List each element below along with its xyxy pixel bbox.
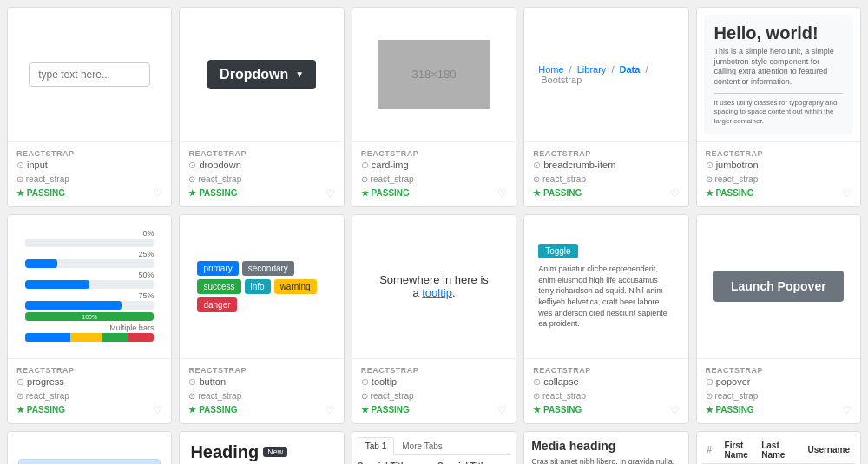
heart-icon[interactable]: ♡ bbox=[153, 187, 162, 199]
card-popover: Launch Popover REACTSTRAP popover react_… bbox=[696, 214, 861, 424]
tab-more[interactable]: More Tabs bbox=[394, 437, 450, 455]
th-num: # bbox=[702, 437, 720, 464]
progress-inner-label: 100% bbox=[82, 313, 97, 319]
passing-badge: PASSING bbox=[188, 188, 237, 198]
card-footer-input: REACTSTRAP input react_strap PASSING ♡ bbox=[8, 141, 171, 206]
breadcrumb-sep3: / bbox=[645, 64, 648, 75]
progress-multi-blue bbox=[25, 333, 70, 342]
react-strap-label: react_strap bbox=[533, 174, 679, 184]
component-name: tooltip bbox=[361, 376, 507, 388]
card-collapse: Toggle Anim pariatur cliche reprehenderi… bbox=[523, 214, 688, 424]
progress-label-50: 50% bbox=[25, 271, 154, 279]
button-group: primary secondary success info warning d… bbox=[194, 258, 329, 316]
card-button: primary secondary success info warning d… bbox=[179, 214, 344, 424]
card-cardimg: 318×180 REACTSTRAP card-img react_strap … bbox=[352, 7, 516, 207]
passing-row: PASSING ♡ bbox=[361, 187, 507, 199]
progress-label-75: 75% bbox=[25, 291, 154, 300]
btn-secondary[interactable]: secondary bbox=[242, 261, 294, 276]
breadcrumb-home[interactable]: Home bbox=[538, 64, 563, 75]
component-name: progress bbox=[16, 376, 162, 388]
heart-icon[interactable]: ♡ bbox=[153, 404, 162, 416]
progress-bars: 0% 25% 50% bbox=[22, 229, 157, 344]
react-strap-label: react_strap bbox=[361, 174, 507, 184]
react-strap-label: react_strap bbox=[706, 174, 852, 184]
heart-icon[interactable]: ♡ bbox=[670, 404, 680, 416]
jumbotron-body1: This is a simple hero unit, a simple jum… bbox=[714, 47, 843, 88]
heading-preview: Heading New Heading New Heading New Head… bbox=[180, 432, 343, 464]
reactstrap-label: REACTSTRAP bbox=[533, 149, 679, 158]
btn-danger[interactable]: danger bbox=[197, 297, 236, 312]
breadcrumb-data[interactable]: Data bbox=[620, 64, 641, 75]
breadcrumb-preview: Home / Library / Data / Bootstrap bbox=[524, 8, 687, 141]
component-name: input bbox=[16, 160, 162, 171]
tabs-component: Tab 1 More Tabs Special Title Treatment … bbox=[358, 437, 510, 464]
text-input[interactable] bbox=[29, 62, 150, 87]
card-breadcrumb: Home / Library / Data / Bootstrap REACTS… bbox=[523, 7, 688, 207]
react-strap-label: react_strap bbox=[188, 174, 334, 184]
component-name: collapse bbox=[533, 376, 679, 388]
passing-row: PASSING ♡ bbox=[706, 187, 852, 199]
media-content: Media heading Cras sit amet nibh libero,… bbox=[531, 439, 681, 464]
passing-badge: PASSING bbox=[706, 188, 754, 198]
passing-row: PASSING ♡ bbox=[188, 187, 334, 199]
heading-h2: Heading New bbox=[190, 442, 332, 462]
passing-badge: PASSING bbox=[361, 188, 410, 198]
tab-1[interactable]: Tab 1 bbox=[358, 437, 394, 455]
btn-primary[interactable]: primary bbox=[197, 261, 238, 276]
reactstrap-label: REACTSTRAP bbox=[361, 366, 507, 375]
progress-multi-green bbox=[102, 333, 128, 342]
heart-icon[interactable]: ♡ bbox=[497, 187, 507, 199]
reactstrap-label: REACTSTRAP bbox=[706, 366, 852, 375]
passing-row: PASSING ♡ bbox=[706, 404, 852, 416]
breadcrumb-bootstrap: Bootstrap bbox=[541, 75, 582, 85]
alert-group: This is a primary alert — check it out!!… bbox=[15, 459, 164, 464]
passing-row: PASSING ♡ bbox=[188, 404, 334, 416]
card-dropdown: Dropdown ▼ REACTSTRAP dropdown react_str… bbox=[179, 7, 344, 207]
heart-icon[interactable]: ♡ bbox=[497, 404, 507, 416]
progress-inner-75 bbox=[25, 301, 122, 310]
tab-pane-1: Special Title Treatment With supporting … bbox=[358, 461, 431, 464]
component-name: breadcrumb-item bbox=[533, 160, 679, 171]
progress-bar-multi: Multiple bars bbox=[25, 323, 154, 342]
th-firstname: First Name bbox=[720, 437, 757, 464]
component-grid: REACTSTRAP input react_strap PASSING ♡ D… bbox=[0, 0, 868, 464]
jumbotron-divider bbox=[714, 93, 843, 94]
progress-multi-red bbox=[128, 333, 155, 342]
reactstrap-label: REACTSTRAP bbox=[361, 149, 507, 158]
popover-button[interactable]: Launch Popover bbox=[713, 271, 844, 302]
component-name: jumbotron bbox=[706, 160, 852, 171]
passing-badge: PASSING bbox=[188, 405, 237, 415]
btn-info[interactable]: info bbox=[245, 279, 271, 294]
progress-inner-25 bbox=[25, 259, 57, 268]
progress-bar-0: 0% bbox=[25, 229, 154, 247]
alert-primary-1: This is a primary alert — check it out!! bbox=[18, 459, 161, 464]
heart-icon[interactable]: ♡ bbox=[326, 187, 335, 199]
heart-icon[interactable]: ♡ bbox=[670, 187, 680, 199]
btn-warning[interactable]: warning bbox=[274, 279, 317, 294]
react-strap-label: react_strap bbox=[16, 174, 162, 184]
heart-icon[interactable]: ♡ bbox=[326, 404, 335, 416]
react-strap-label: react_strap bbox=[361, 391, 507, 401]
card-footer-jumbotron: REACTSTRAP jumbotron react_strap PASSING… bbox=[697, 141, 860, 206]
dropdown-button[interactable]: Dropdown ▼ bbox=[207, 60, 316, 89]
card-footer-button: REACTSTRAP button react_strap PASSING ♡ bbox=[180, 358, 343, 423]
tooltip-preview: Somewhere in here is a tooltip. bbox=[352, 215, 516, 358]
progress-outer-25 bbox=[25, 259, 154, 268]
collapse-content: Toggle Anim pariatur cliche reprehenderi… bbox=[538, 244, 674, 330]
tabs-nav: Tab 1 More Tabs bbox=[358, 437, 510, 455]
heart-icon[interactable]: ♡ bbox=[842, 187, 852, 199]
card-img-dimensions: 318×180 bbox=[411, 68, 456, 81]
tab-pane-title-1: Special Title Treatment bbox=[358, 461, 431, 464]
btn-success[interactable]: success bbox=[197, 279, 240, 294]
table-head: # First Name Last Name Username bbox=[702, 437, 855, 464]
heart-icon[interactable]: ♡ bbox=[842, 404, 852, 416]
jumbotron-body2: It uses utility classes for typography a… bbox=[714, 99, 843, 126]
tooltip-content: Somewhere in here is a tooltip. bbox=[366, 265, 502, 308]
collapse-toggle-button[interactable]: Toggle bbox=[538, 244, 577, 258]
tabs-preview: Tab 1 More Tabs Special Title Treatment … bbox=[352, 432, 516, 464]
tooltip-link[interactable]: tooltip bbox=[422, 286, 452, 299]
card-footer-cardimg: REACTSTRAP card-img react_strap PASSING … bbox=[352, 141, 516, 206]
breadcrumb-library[interactable]: Library bbox=[577, 64, 607, 75]
progress-multiple bbox=[25, 333, 154, 342]
progress-label-0: 0% bbox=[25, 229, 154, 238]
